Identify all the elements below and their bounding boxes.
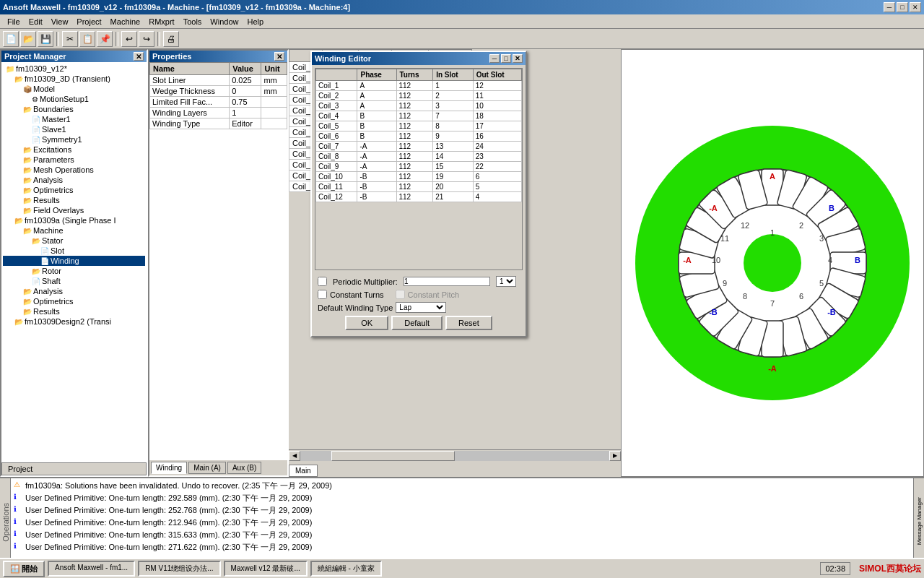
tree-item[interactable]: 📂Field Overlays (3, 205, 145, 215)
winding-cell-phase: B (357, 111, 396, 121)
tree-item-label: Results (33, 196, 60, 204)
tree-item-icon: 📂 (23, 308, 32, 316)
tree-item[interactable]: 📂fm10309a (Single Phase I (3, 215, 145, 225)
menu-item-machine[interactable]: Machine (106, 16, 145, 27)
menu-item-view[interactable]: View (47, 16, 73, 27)
tree-item-label: fm10309a (Single Phase I (25, 216, 116, 225)
scroll-right-btn[interactable]: ▶ (609, 451, 621, 461)
menu-item-file[interactable]: File (3, 16, 25, 27)
tree-item[interactable]: 📄Slave1 (3, 124, 145, 134)
prop-cell-unit[interactable]: mm (261, 86, 287, 97)
reset-button[interactable]: Reset (445, 316, 492, 330)
tree-item[interactable]: 📂fm10309Design2 (Transi (3, 316, 145, 327)
taskbar-item[interactable]: Ansoft Maxwell - fm1... (48, 561, 135, 577)
tree-item[interactable]: 📂Analysis (3, 286, 145, 296)
tree-item[interactable]: 📂Results (3, 306, 145, 316)
winding-cell-in_slot: 14 (433, 152, 474, 162)
scroll-track[interactable] (300, 451, 609, 461)
redo-button[interactable]: ↪ (139, 31, 154, 47)
prop-tab-auxb[interactable]: Aux (B) (227, 462, 261, 474)
properties-close[interactable]: ✕ (274, 52, 284, 61)
winding-cell-in_slot: 9 (433, 131, 474, 142)
constant-pitch-checkbox[interactable] (396, 290, 405, 299)
tree-item[interactable]: 📦Model (3, 84, 145, 94)
cut-button[interactable]: ✂ (62, 31, 78, 47)
paste-button[interactable]: 📌 (97, 31, 113, 47)
prop-tab-maina[interactable]: Main (A) (188, 462, 226, 474)
prop-cell-unit[interactable] (261, 97, 287, 108)
simol-logo: SIMOL西莫论坛 (859, 564, 921, 574)
prop-cell-value[interactable]: 0.025 (230, 75, 261, 86)
scroll-left-btn[interactable]: ◀ (289, 451, 300, 461)
tree-item[interactable]: 📄Shaft (3, 276, 145, 286)
menu-item-tools[interactable]: Tools (179, 16, 206, 27)
prop-cell-value[interactable]: 0 (230, 86, 261, 97)
menu-item-edit[interactable]: Edit (25, 16, 47, 27)
tree-item[interactable]: 📂Boundaries (3, 104, 145, 114)
prop-cell-value[interactable]: 0.75 (230, 97, 261, 108)
prop-cell-unit[interactable] (261, 108, 287, 118)
periodic-select[interactable]: 1 (496, 276, 516, 287)
close-button[interactable]: ✕ (910, 2, 921, 12)
tree-item[interactable]: 📂Optimetrics (3, 185, 145, 195)
project-tab[interactable]: Project (1, 462, 147, 475)
new-button[interactable]: 📄 (3, 31, 19, 47)
tree-item[interactable]: 📂Mesh Operations (3, 165, 145, 175)
taskbar-item[interactable]: 繞組編輯 - 小童家 (310, 561, 382, 577)
winding-editor-dialog[interactable]: Winding Editor ─ □ ✕ PhaseTurnsIn SlotOu… (310, 51, 527, 337)
dialog-minimize[interactable]: ─ (489, 54, 500, 63)
dialog-close[interactable]: ✕ (513, 54, 523, 63)
tree-item[interactable]: 📂Analysis (3, 175, 145, 185)
prop-cell-name: Wedge Thickness (150, 86, 230, 97)
tree-item[interactable]: ⚙MotionSetup1 (3, 94, 145, 104)
save-button[interactable]: 💾 (38, 31, 53, 47)
winding-cell-name: Coil_11 (316, 182, 357, 192)
horizontal-scrollbar[interactable]: ◀ ▶ (289, 449, 621, 461)
dialog-maximize[interactable]: □ (501, 54, 511, 63)
periodic-multiplier-checkbox[interactable] (318, 277, 327, 286)
prop-tab-winding[interactable]: Winding (151, 462, 187, 474)
prop-cell-unit[interactable]: mm (261, 75, 287, 86)
prop-cell-unit[interactable] (261, 118, 287, 129)
tree-item[interactable]: 📄Symmetry1 (3, 134, 145, 144)
menu-item-rmxprt[interactable]: RMxprt (144, 16, 178, 27)
periodic-row: Periodic Multiplier: 1 (318, 276, 520, 287)
tree-item[interactable]: 📂Excitations (3, 144, 145, 155)
tree-item[interactable]: 📂fm10309_3D (Transient) (3, 74, 145, 84)
open-button[interactable]: 📂 (20, 31, 36, 47)
tree-item[interactable]: 📂Stator (3, 236, 145, 246)
tree-item[interactable]: 📄Master1 (3, 114, 145, 124)
minimize-button[interactable]: ─ (884, 2, 895, 12)
bottom-tab-main[interactable]: Main (289, 465, 318, 477)
menu-item-project[interactable]: Project (72, 16, 105, 27)
tree-item[interactable]: 📂Optimetrics (3, 296, 145, 306)
default-button[interactable]: Default (391, 316, 443, 330)
undo-button[interactable]: ↩ (121, 31, 137, 47)
motor-diagram: A -A B B -A -A -B -B 1 2 3 4 5 6 7 (628, 126, 917, 400)
winding-cell-turns: 112 (396, 192, 433, 202)
print-button[interactable]: 🖨 (163, 31, 179, 47)
project-manager-close[interactable]: ✕ (134, 52, 144, 61)
tree-item-icon: 📂 (32, 237, 40, 245)
tree-item[interactable]: 📁fm10309_v12* (3, 64, 145, 74)
taskbar-item[interactable]: RM V11绕组设办法... (138, 561, 220, 577)
prop-cell-value[interactable]: 1 (230, 108, 261, 118)
tree-item[interactable]: 📄Winding (3, 256, 145, 266)
tree-item[interactable]: 📂Results (3, 195, 145, 205)
tree-item[interactable]: 📄Slot (3, 246, 145, 256)
start-button[interactable]: 🪟 開始 (3, 561, 45, 577)
periodic-multiplier-input[interactable] (404, 277, 490, 286)
copy-button[interactable]: 📋 (79, 31, 95, 47)
menu-item-help[interactable]: Help (243, 16, 268, 27)
ok-button[interactable]: OK (345, 316, 388, 330)
taskbar-item[interactable]: Maxwell v12 最新破... (224, 561, 308, 577)
tree-item[interactable]: 📂Parameters (3, 155, 145, 165)
tree-item[interactable]: 📂Machine (3, 225, 145, 236)
winding-type-select[interactable]: LapConcentric (396, 302, 446, 313)
tree-item[interactable]: 📂Rotor (3, 266, 145, 276)
prop-cell-value[interactable]: Editor (230, 118, 261, 129)
constant-turns-checkbox[interactable] (318, 290, 327, 299)
menu-item-window[interactable]: Window (206, 16, 243, 27)
maximize-button[interactable]: □ (897, 2, 908, 12)
winding-cell-in_slot: 7 (433, 111, 474, 121)
